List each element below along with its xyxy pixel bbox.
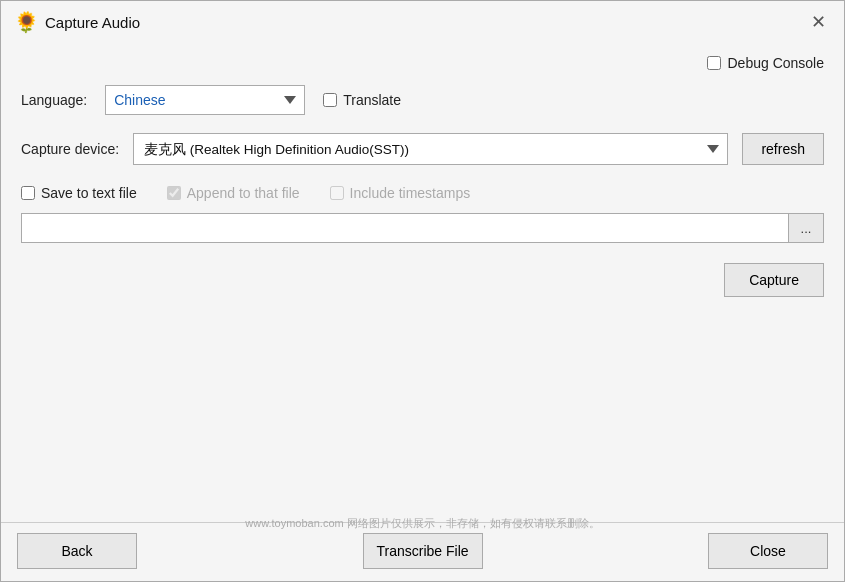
save-to-text-text: Save to text file [41,185,137,201]
content-area: Debug Console Language: Chinese English … [1,41,844,522]
language-select[interactable]: Chinese English Japanese Korean [105,85,305,115]
transcribe-file-button[interactable]: Transcribe File [363,533,483,569]
debug-console-text: Debug Console [727,55,824,71]
refresh-button[interactable]: refresh [742,133,824,165]
timestamps-label[interactable]: Include timestamps [330,185,471,201]
capture-row: Capture [21,263,824,297]
append-text: Append to that file [187,185,300,201]
language-row: Language: Chinese English Japanese Korea… [21,85,824,115]
back-button[interactable]: Back [17,533,137,569]
close-button[interactable]: Close [708,533,828,569]
options-row: Save to text file Append to that file In… [21,185,824,201]
append-checkbox[interactable] [167,186,181,200]
translate-label[interactable]: Translate [323,92,401,108]
device-row: Capture device: 麦克风 (Realtek High Defini… [21,133,824,165]
browse-button[interactable]: ... [788,213,824,243]
device-label: Capture device: [21,141,119,157]
sunflower-icon: 🌻 [14,10,39,34]
title-bar: 🌻 Capture Audio ✕ [1,1,844,41]
window-close-button[interactable]: ✕ [807,11,830,33]
bottom-bar: Back Transcribe File Close [1,522,844,581]
append-label[interactable]: Append to that file [167,185,300,201]
save-to-text-label[interactable]: Save to text file [21,185,137,201]
app-icon: 🌻 [15,11,37,33]
debug-console-checkbox[interactable] [707,56,721,70]
translate-text: Translate [343,92,401,108]
device-select[interactable]: 麦克风 (Realtek High Definition Audio(SST)) [133,133,728,165]
translate-checkbox[interactable] [323,93,337,107]
main-window: 🌻 Capture Audio ✕ Debug Console Language… [0,0,845,582]
timestamps-text: Include timestamps [350,185,471,201]
language-label: Language: [21,92,87,108]
debug-row: Debug Console [21,55,824,71]
save-to-text-checkbox[interactable] [21,186,35,200]
debug-console-label[interactable]: Debug Console [707,55,824,71]
file-path-input[interactable] [21,213,788,243]
timestamps-checkbox[interactable] [330,186,344,200]
capture-button[interactable]: Capture [724,263,824,297]
window-title: Capture Audio [45,14,140,31]
file-path-row: ... [21,213,824,243]
spacer [21,307,824,510]
